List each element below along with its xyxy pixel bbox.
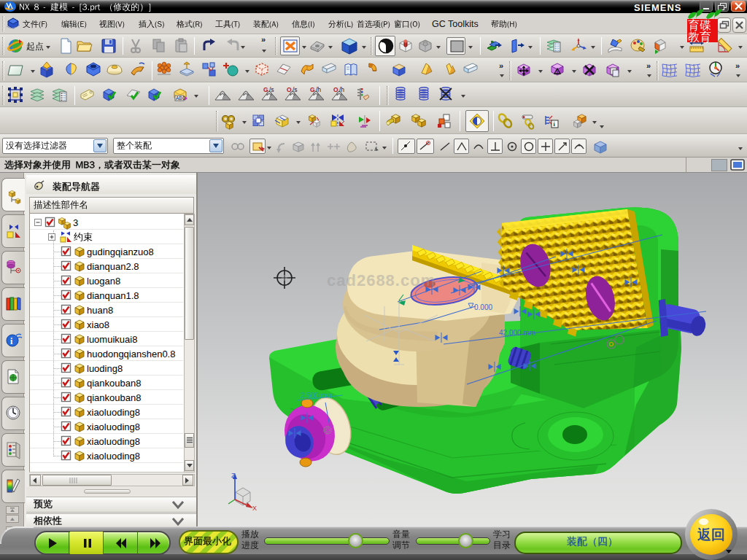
svg-text:X: X — [252, 505, 257, 512]
svg-text:G: G — [310, 86, 315, 93]
svg-text:/s: /s — [293, 86, 298, 93]
svg-text:Z: Z — [231, 472, 236, 479]
svg-text:O: O — [333, 86, 338, 93]
svg-text:/s: /s — [269, 86, 274, 93]
svg-text:ABC: ABC — [176, 96, 186, 101]
svg-text:/h: /h — [316, 86, 321, 93]
svg-text:G: G — [263, 86, 268, 93]
svg-text:O: O — [287, 86, 292, 93]
svg-text:/h: /h — [339, 86, 344, 93]
